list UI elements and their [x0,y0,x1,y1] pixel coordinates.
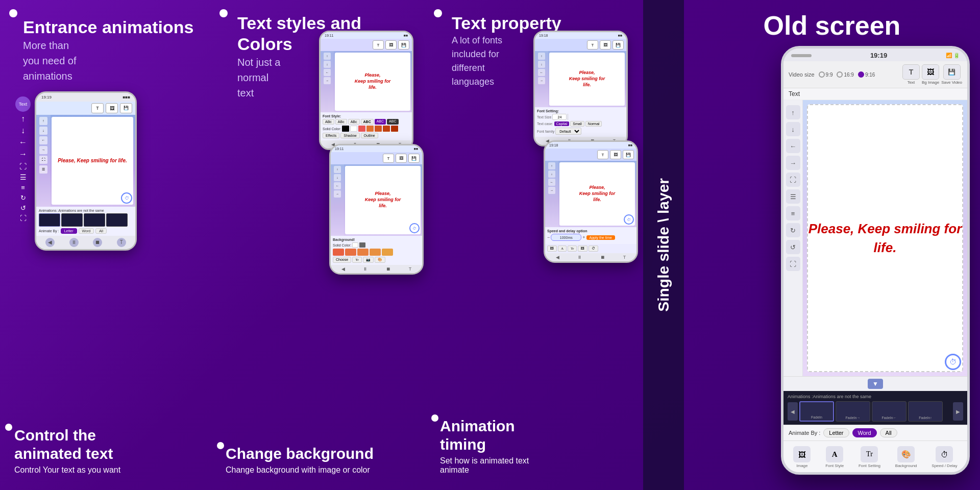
phone3a-tool2[interactable]: ↓ [538,61,545,68]
speed-plus-btn[interactable]: + [582,235,585,240]
bg-sw3[interactable] [357,249,369,256]
phone1-text-btn[interactable]: T [91,103,104,113]
bg-btn-3[interactable]: 📷 [363,257,374,263]
large-animate-all-btn[interactable]: All [880,428,897,437]
font-btn-4[interactable]: ABC [361,119,374,125]
phone1-timer-icon[interactable]: ⏱ [121,192,132,204]
swatch-darkred[interactable] [391,126,398,132]
tool-4[interactable]: → [39,146,47,154]
nav-pause-3b[interactable]: ⏸ [577,255,582,260]
size-916-option[interactable]: 9:16 [858,71,875,78]
font-family-select[interactable]: Default Arial [555,128,581,135]
rotate-cw-icon[interactable]: ↻ [20,194,26,202]
speed-btn-2[interactable]: A [558,246,567,252]
large-animate-word-btn[interactable]: Word [852,428,877,437]
nav-stop-3b[interactable]: ⏹ [600,255,605,260]
nav-pause-2b[interactable]: ⏸ [363,266,368,272]
phone3b-tool4[interactable]: → [548,187,555,194]
animate-letter-btn[interactable]: Letter [61,228,77,234]
anim-prev-btn[interactable]: ◀ [788,402,798,421]
color-effect-1[interactable]: Effects [323,133,339,138]
tool-5[interactable]: ⛶ [39,156,47,164]
swatch-white[interactable] [350,126,357,132]
bottom-font-setting-btn[interactable]: Tr [861,446,878,462]
tool-3[interactable]: ← [39,136,47,144]
phone2b-img-btn[interactable]: 🖼 [396,154,407,163]
phone3b-tool3[interactable]: ← [548,179,555,186]
phone3b-text-btn[interactable]: T [597,150,608,159]
right-arrow-icon[interactable]: → [19,150,27,159]
bottom-speed-btn[interactable]: ⏱ [936,446,953,462]
expand-icon[interactable]: ⛶ [19,162,27,170]
color-effect-2[interactable]: Shadow [340,133,359,138]
phone2b-timer[interactable]: ⏱ [409,223,420,233]
tool-2[interactable]: ↓ [39,127,47,135]
large-tool-down[interactable]: ↓ [786,122,800,136]
phone3b-tool1[interactable]: ↑ [548,162,555,169]
speed-btn-3[interactable]: Tr [568,246,577,252]
font-btn-2[interactable]: ABc [335,119,347,125]
font-btn-6[interactable]: ABC [387,119,398,125]
phone2a-img-btn[interactable]: 🖼 [385,40,397,50]
nav-stop-2b[interactable]: ⏹ [386,266,390,272]
swatch-darkorange[interactable] [375,126,382,132]
phone2a-tool4[interactable]: → [324,77,331,84]
nav-text-2b[interactable]: T [409,266,412,272]
large-tool-up[interactable]: ↑ [786,105,800,119]
bg-swatch-gray[interactable] [359,242,365,248]
radio-99[interactable] [819,71,825,78]
phone2b-save-btn[interactable]: 💾 [408,154,420,163]
phone1-save-btn[interactable]: 💾 [120,103,132,113]
anim-next-btn[interactable]: ▶ [953,402,963,421]
phone2b-tool[interactable]: ↑ [334,166,341,173]
radio-916[interactable] [858,71,864,78]
phone3a-img-btn[interactable]: 🖼 [600,40,611,50]
font-btn-5[interactable]: ABC [375,119,386,125]
phone3b-tool2[interactable]: ↓ [548,170,555,178]
nav-prev-3b[interactable]: ◀ [556,255,559,260]
large-anim-thumb-3[interactable]: FadeIn← [872,401,906,422]
nav-text-3b[interactable]: T [623,255,626,260]
phone2b-text-btn[interactable]: T [383,154,394,163]
bg-sw2[interactable] [345,249,356,256]
phone2a-save-btn[interactable]: 💾 [398,40,409,50]
list-icon[interactable]: ☰ [20,173,27,181]
phone3a-tool4[interactable]: → [538,77,545,84]
save-video-tool-btn[interactable]: 💾 [943,64,961,80]
apply-time-btn[interactable]: Apply the time [586,235,615,240]
rotate-ccw-icon[interactable]: ↺ [20,204,26,212]
anim-thumb-2[interactable] [61,213,83,227]
phone1-nav-pause[interactable]: ⏸ [69,238,79,247]
bottom-image-btn[interactable]: 🖼 [793,446,811,462]
phone3a-tool3[interactable]: ← [538,69,545,76]
bg-image-tool-btn[interactable]: 🖼 [922,64,939,80]
bg-btn-1[interactable]: Choose [333,257,351,263]
large-tool-rotate-ccw[interactable]: ↺ [786,240,800,254]
large-tool-menu[interactable]: ≡ [786,206,800,220]
tool-6[interactable]: ☰ [39,165,47,174]
large-animate-letter-btn[interactable]: Letter [823,428,849,437]
large-tool-left[interactable]: ← [786,139,800,153]
down-arrow-icon[interactable]: ↓ [21,126,25,135]
animate-all-btn[interactable]: All [95,228,107,234]
speed-btn-4[interactable]: 🖼 [578,246,587,252]
up-arrow-icon[interactable]: ↑ [21,114,25,124]
text-tool-btn[interactable]: T [902,64,920,80]
anim-thumb-1[interactable] [39,213,60,227]
size-99-option[interactable]: 9:9 [819,71,833,78]
phone3b-save-btn[interactable]: 💾 [623,150,634,159]
anim-thumb-4[interactable] [106,213,128,227]
bg-sw1[interactable] [333,249,344,256]
phone1-nav-text[interactable]: T [117,238,126,247]
phone1-nav-stop[interactable]: ⏹ [93,238,102,247]
large-tool-fullscreen[interactable]: ⛶ [786,257,800,271]
phone1-nav-prev[interactable]: ◀ [45,238,55,247]
nav-prev-2b[interactable]: ◀ [341,266,345,272]
speed-minus-btn[interactable]: − [547,235,550,240]
font-btn-1[interactable]: ABc [323,119,334,125]
phone2b-tool4[interactable]: → [334,190,341,198]
menu-icon[interactable]: ≡ [21,184,25,191]
large-tool-expand[interactable]: ⛶ [786,173,800,187]
large-tool-rotate-cw[interactable]: ↻ [786,223,800,237]
bottom-background-btn[interactable]: 🎨 [897,446,915,462]
